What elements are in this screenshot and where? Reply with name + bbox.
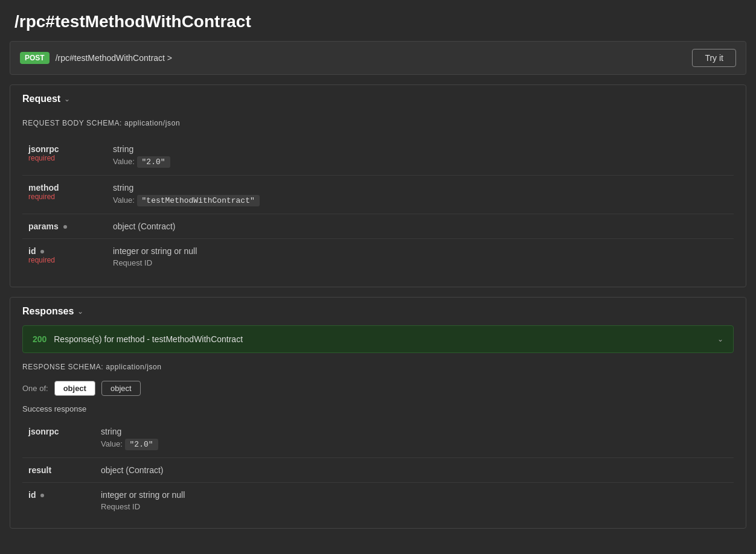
- table-row: id required integer or string or null Re…: [22, 239, 734, 275]
- request-body: REQUEST BODY SCHEMA: application/json js…: [10, 113, 746, 287]
- response-200-chevron-icon: ⌄: [717, 335, 723, 343]
- table-row: jsonrpc string Value: "2.0": [22, 419, 734, 458]
- field-name-params: params: [28, 221, 113, 231]
- page-title: /rpc#testMethodWithContract: [0, 0, 756, 41]
- table-row: result object (Contract): [22, 458, 734, 483]
- response-fields: jsonrpc string Value: "2.0" result objec…: [22, 419, 734, 518]
- table-row: id integer or string or null Request ID: [22, 483, 734, 518]
- response-schema-label: RESPONSE SCHEMA: application/json: [22, 363, 734, 371]
- responses-section: Responses ⌄ 200 Response(s) for method -…: [10, 297, 746, 529]
- field-name-result: result: [28, 465, 101, 475]
- one-of-button-2[interactable]: object: [101, 381, 141, 396]
- expand-dot-icon: [40, 494, 44, 497]
- field-subtext: Request ID: [113, 258, 728, 267]
- request-schema-label: REQUEST BODY SCHEMA: application/json: [22, 119, 734, 127]
- field-name-resp-jsonrpc: jsonrpc: [28, 427, 101, 436]
- response-body: RESPONSE SCHEMA: application/json One of…: [10, 353, 746, 528]
- request-section: Request ⌄ REQUEST BODY SCHEMA: applicati…: [10, 84, 746, 287]
- endpoint-path: /rpc#testMethodWithContract >: [56, 53, 172, 63]
- request-chevron-icon: ⌄: [64, 95, 70, 103]
- field-info-method: string Value: "testMethodWithContract": [113, 183, 728, 206]
- success-label: Success response: [22, 404, 734, 413]
- field-info-params: object (Contract): [113, 221, 728, 231]
- field-name-resp-id: id: [28, 490, 101, 500]
- field-info-jsonrpc: string Value: "2.0": [113, 144, 728, 168]
- expand-dot-icon: [40, 250, 44, 253]
- one-of-row: One of: object object: [22, 381, 734, 396]
- responses-header[interactable]: Responses ⌄: [10, 298, 746, 325]
- endpoint-bar: POST /rpc#testMethodWithContract > Try i…: [10, 41, 746, 75]
- field-info-id: integer or string or null Request ID: [113, 246, 728, 267]
- field-info-result: object (Contract): [101, 465, 728, 475]
- field-name-method: method required: [28, 183, 113, 201]
- required-badge: required: [28, 154, 113, 162]
- required-badge: required: [28, 193, 113, 201]
- field-name-jsonrpc: jsonrpc required: [28, 144, 113, 162]
- post-badge: POST: [20, 52, 50, 64]
- required-badge: required: [28, 256, 113, 264]
- responses-title: Responses: [22, 306, 74, 317]
- one-of-button-1[interactable]: object: [54, 381, 95, 396]
- table-row: jsonrpc required string Value: "2.0": [22, 137, 734, 176]
- field-info-resp-jsonrpc: string Value: "2.0": [101, 427, 728, 450]
- expand-dot-icon: [63, 225, 67, 229]
- table-row: method required string Value: "testMetho…: [22, 176, 734, 214]
- table-row: params object (Contract): [22, 214, 734, 239]
- response-200-content: 200 Response(s) for method - testMethodW…: [33, 334, 243, 344]
- request-title: Request: [22, 94, 60, 104]
- responses-chevron-icon: ⌄: [77, 307, 83, 316]
- request-section-header[interactable]: Request ⌄: [10, 85, 746, 113]
- response-200-bar[interactable]: 200 Response(s) for method - testMethodW…: [22, 325, 734, 353]
- try-it-button[interactable]: Try it: [692, 49, 736, 67]
- status-code: 200: [33, 334, 46, 344]
- request-fields: jsonrpc required string Value: "2.0" met…: [22, 137, 734, 275]
- endpoint-left: POST /rpc#testMethodWithContract >: [20, 52, 172, 64]
- field-subtext: Request ID: [101, 502, 728, 511]
- response-description: Response(s) for method - testMethodWithC…: [54, 334, 243, 344]
- field-name-id: id required: [28, 246, 113, 264]
- one-of-label: One of:: [22, 384, 48, 393]
- field-info-resp-id: integer or string or null Request ID: [101, 490, 728, 511]
